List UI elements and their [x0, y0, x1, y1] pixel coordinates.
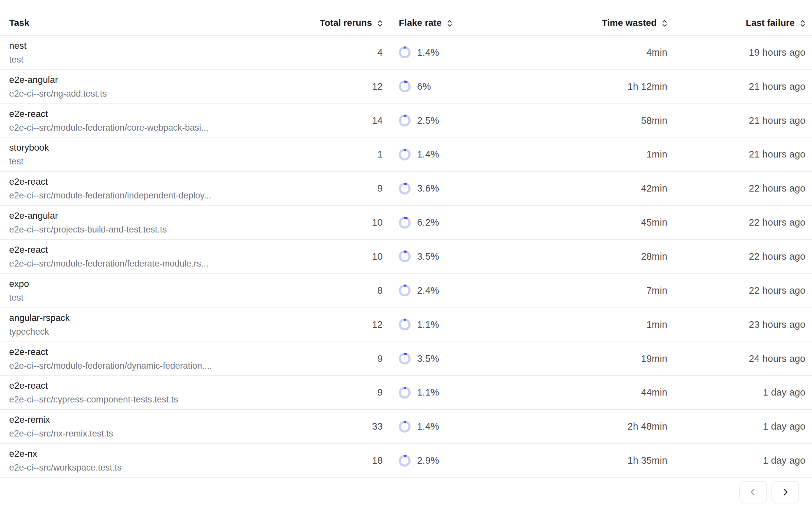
flake-rate-donut-icon	[399, 183, 411, 194]
time-wasted-value: 45min	[641, 217, 668, 228]
last-failure-value: 22 hours ago	[749, 217, 806, 228]
total-reruns-value: 10	[372, 251, 383, 262]
task-name: angular-rspack	[9, 312, 70, 323]
last-failure-value: 23 hours ago	[749, 319, 806, 330]
flake-rate-value: 1.1%	[417, 319, 439, 330]
table-row[interactable]: e2e-angular e2e-ci--src/ng-add.test.ts 1…	[0, 70, 812, 104]
next-page-button[interactable]	[772, 481, 799, 503]
table-body: nest test 4 1.4% 4min 19 hours ago e2e-a…	[0, 36, 812, 478]
table-row[interactable]: e2e-react e2e-ci--src/module-federation/…	[0, 172, 812, 206]
flake-rate-value: 1.4%	[417, 149, 439, 160]
time-wasted-value: 28min	[641, 251, 668, 262]
task-target: e2e-ci--src/module-federation/independen…	[9, 190, 211, 201]
task-target: e2e-ci--src/ng-add.test.ts	[9, 88, 107, 99]
flake-rate-value: 3.5%	[417, 353, 439, 364]
table-header-row: Task Total reruns Flake rate Time wasted…	[0, 0, 812, 36]
time-wasted-value: 1min	[646, 319, 667, 330]
time-wasted-value: 4min	[646, 47, 667, 58]
column-header-label: Last failure	[746, 18, 795, 28]
total-reruns-value: 18	[372, 455, 383, 466]
last-failure-value: 1 day ago	[763, 455, 806, 466]
table-row[interactable]: e2e-react e2e-ci--src/cypress-component-…	[0, 375, 812, 410]
task-target: e2e-ci--src/workspace.test.ts	[9, 462, 122, 473]
flake-rate-donut-icon	[399, 217, 411, 229]
table-row[interactable]: nest test 4 1.4% 4min 19 hours ago	[0, 36, 812, 70]
total-reruns-value: 1	[377, 149, 383, 160]
task-target: e2e-ci--src/nx-remix.test.ts	[9, 428, 113, 439]
flake-rate-donut-icon	[399, 114, 411, 126]
previous-page-button[interactable]	[739, 481, 767, 503]
column-header-total_reruns[interactable]: Total reruns	[317, 0, 383, 35]
total-reruns-value: 9	[377, 353, 383, 364]
sort-icon	[447, 20, 452, 27]
task-target: e2e-ci--src/module-federation/core-webpa…	[9, 123, 208, 133]
pagination	[0, 481, 812, 503]
flake-rate-donut-icon	[399, 285, 411, 296]
flake-rate-value: 2.5%	[417, 115, 439, 126]
chevron-left-icon	[748, 487, 758, 497]
last-failure-value: 21 hours ago	[749, 81, 806, 92]
total-reruns-value: 8	[377, 285, 383, 296]
last-failure-value: 22 hours ago	[749, 251, 806, 262]
task-name: e2e-angular	[9, 74, 58, 85]
column-header-label: Task	[9, 18, 29, 28]
flake-rate-value: 3.5%	[417, 251, 439, 262]
task-name: e2e-react	[9, 380, 48, 391]
flake-rate-donut-icon	[399, 353, 411, 364]
task-target: e2e-ci--src/module-federation/federate-m…	[9, 258, 208, 269]
table-row[interactable]: e2e-angular e2e-ci--src/projects-build-a…	[0, 206, 812, 240]
last-failure-value: 21 hours ago	[749, 115, 806, 126]
last-failure-value: 24 hours ago	[749, 353, 806, 364]
task-name: e2e-react	[9, 346, 48, 358]
column-header-flake_rate[interactable]: Flake rate	[383, 0, 514, 35]
table-row[interactable]: e2e-react e2e-ci--src/module-federation/…	[0, 342, 812, 376]
task-name: e2e-angular	[9, 210, 58, 222]
last-failure-value: 22 hours ago	[749, 183, 806, 194]
last-failure-value: 19 hours ago	[749, 47, 806, 58]
column-header-label: Flake rate	[399, 18, 442, 28]
task-target: e2e-ci--src/cypress-component-tests.test…	[9, 394, 178, 405]
task-name: e2e-react	[9, 244, 48, 255]
sort-icon	[662, 20, 667, 27]
table-row[interactable]: e2e-remix e2e-ci--src/nx-remix.test.ts 3…	[0, 410, 812, 444]
column-header-time_wasted[interactable]: Time wasted	[514, 0, 667, 35]
time-wasted-value: 19min	[641, 353, 668, 364]
flake-rate-donut-icon	[399, 387, 411, 398]
total-reruns-value: 4	[377, 47, 383, 58]
table-row[interactable]: e2e-nx e2e-ci--src/workspace.test.ts 18 …	[0, 444, 812, 478]
last-failure-value: 1 day ago	[763, 387, 806, 398]
table-row[interactable]: expo test 8 2.4% 7min 22 hours ago	[0, 274, 812, 308]
total-reruns-value: 14	[372, 115, 383, 126]
flake-rate-donut-icon	[399, 319, 411, 331]
flake-rate-donut-icon	[399, 149, 411, 160]
task-name: nest	[9, 40, 27, 51]
flake-rate-value: 6%	[417, 81, 431, 92]
total-reruns-value: 9	[377, 183, 383, 194]
task-target: e2e-ci--src/projects-build-and-test.test…	[9, 224, 167, 235]
time-wasted-value: 1h 35min	[627, 455, 667, 466]
flake-rate-value: 1.4%	[417, 421, 439, 432]
flake-rate-donut-icon	[399, 81, 411, 92]
task-target: e2e-ci--src/module-federation/dynamic-fe…	[9, 361, 212, 371]
task-name: storybook	[9, 142, 49, 153]
last-failure-value: 22 hours ago	[749, 285, 806, 296]
table-row[interactable]: e2e-react e2e-ci--src/module-federation/…	[0, 104, 812, 138]
table-row[interactable]: storybook test 1 1.4% 1min 21 hours ago	[0, 138, 812, 172]
total-reruns-value: 9	[377, 387, 383, 398]
flake-rate-value: 1.1%	[417, 387, 439, 398]
time-wasted-value: 1min	[646, 149, 667, 160]
table-row[interactable]: e2e-react e2e-ci--src/module-federation/…	[0, 240, 812, 274]
total-reruns-value: 33	[372, 421, 383, 432]
flake-rate-donut-icon	[399, 251, 411, 262]
task-target: test	[9, 54, 24, 65]
sort-icon	[800, 20, 806, 27]
task-target: test	[9, 292, 24, 303]
table-row[interactable]: angular-rspack typecheck 12 1.1% 1min 23…	[0, 308, 812, 342]
flake-rate-donut-icon	[399, 47, 411, 58]
last-failure-value: 1 day ago	[763, 421, 806, 432]
flake-rate-value: 3.6%	[417, 183, 439, 194]
task-name: e2e-react	[9, 108, 48, 120]
task-name: expo	[9, 278, 29, 289]
column-header-last_failure[interactable]: Last failure	[667, 0, 806, 35]
task-target: typecheck	[9, 327, 49, 337]
